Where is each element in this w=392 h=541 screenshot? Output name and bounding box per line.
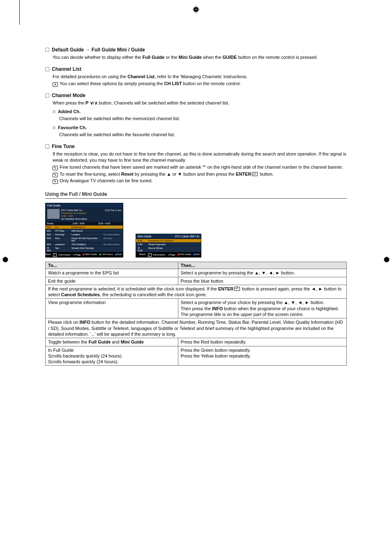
heading: Channel List — [52, 66, 81, 72]
paragraph: If the reception is clear, you do not ha… — [53, 151, 347, 163]
note: ✎To reset the fine-tuning, select Reset … — [53, 171, 347, 177]
bullet-icon — [45, 67, 49, 71]
section-default-guide: Default Guide → Full Guide Mini / Guide … — [45, 47, 347, 60]
heading: Default Guide → Full Guide Mini / Guide — [52, 47, 145, 53]
guide-row: 901ITV PlayMint Extra — [46, 229, 123, 232]
paragraph: Channels will be switched within the mem… — [59, 116, 347, 122]
paragraph: When press the P ∨/∧ button, Channels wi… — [53, 100, 347, 106]
bullet-icon — [45, 144, 49, 149]
guide-screenshots: Full Guide DTV Cable 900 f tn2:10 Tue 1 … — [45, 203, 347, 258]
blue-dot-icon — [193, 253, 195, 255]
table-row: Exit the guide Press the blue button — [46, 277, 347, 285]
up-icon: ∧ — [95, 100, 98, 105]
remote-icon: ✦ — [53, 82, 58, 87]
sub-bullet-icon — [53, 110, 55, 113]
blue-dot-icon — [115, 253, 117, 255]
down-icon: ∨ — [90, 100, 93, 105]
guide-row: ▼ 905TenSmash Hits! Sunday — [46, 246, 123, 252]
guide-row: 2:30Street Hypnosis — [136, 242, 201, 246]
sub-bullet-icon — [53, 126, 55, 129]
subheading: Favourite Ch. — [58, 125, 87, 130]
table-row: If the next programme is selected, it is… — [46, 285, 347, 299]
instruction-table: To... Then... Watch a programme in the E… — [45, 262, 347, 366]
table-header: Then... — [178, 262, 346, 269]
table-row: In Full Guide Scrolls backwards quickly … — [46, 346, 347, 366]
thumbnail — [47, 209, 60, 219]
info-icon: i — [148, 253, 152, 257]
guide-row: 900f tnFreshmen O..No Information — [46, 225, 123, 229]
heading: Channel Mode — [52, 93, 85, 98]
enter-icon — [234, 287, 240, 291]
note-icon: ✎ — [53, 173, 58, 177]
info-icon: i — [53, 253, 57, 257]
paragraph: You can decide whether to display either… — [53, 54, 347, 60]
full-guide-preview: Full Guide DTV Cable 900 f tn2:10 Tue 1 … — [45, 203, 123, 258]
page-content: Default Guide → Full Guide Mini / Guide … — [0, 0, 392, 541]
note: ✦You can select these options by simply … — [53, 81, 347, 87]
full-guide-title: Full Guide — [46, 203, 123, 208]
mini-guide-preview: Mini GuideDTV Cable 900 f tn 2:00Freshme… — [136, 234, 201, 258]
section-fine-tune: Fine Tune If the reception is clear, you… — [45, 144, 347, 184]
bullet-icon — [45, 48, 49, 52]
note: ✎Fine tuned channels that have been save… — [53, 164, 347, 170]
paragraph: Channels will be switched within the fav… — [59, 132, 347, 138]
note-icon: ✎ — [53, 179, 58, 184]
guide-row: 904onewordThe DistilleryNo Information — [46, 242, 123, 246]
guide-row: 903KissFresh 40 with Dynamite MCKisstory — [46, 236, 123, 242]
table-header: To... — [46, 262, 178, 269]
note: ✎Only Analogue TV channels can be fine t… — [53, 178, 347, 184]
section-channel-mode: Channel Mode When press the P ∨/∧ button… — [45, 93, 347, 138]
table-row: Please click on INFO button for the deta… — [46, 318, 347, 338]
guide-row: 902Kerrang!LoadedNo Information — [46, 232, 123, 236]
guide-row: ▼ 5:00Booze Britain — [136, 246, 201, 252]
section-channel-list: Channel List For detailed procedures on … — [45, 66, 347, 87]
green-dot-icon — [99, 253, 101, 255]
red-dot-icon — [83, 253, 85, 255]
table-row: View programme information Select a prog… — [46, 299, 347, 318]
table-row: Toggle between the Full Guide and Mini G… — [46, 338, 347, 346]
paragraph: For detailed procedures on using the Cha… — [53, 74, 347, 80]
red-dot-icon — [178, 253, 180, 255]
guide-row: 2:00Freshmen On Campus — [136, 239, 201, 242]
bullet-icon — [45, 93, 49, 98]
note-icon: ✎ — [53, 166, 58, 170]
heading: Fine Tune — [52, 144, 75, 149]
section-title-using-guide: Using the Full / Mini Guide — [45, 191, 347, 199]
subheading: Added Ch. — [58, 109, 81, 114]
table-row: Watch a programme in the EPG list Select… — [46, 269, 347, 277]
enter-icon — [252, 172, 258, 176]
